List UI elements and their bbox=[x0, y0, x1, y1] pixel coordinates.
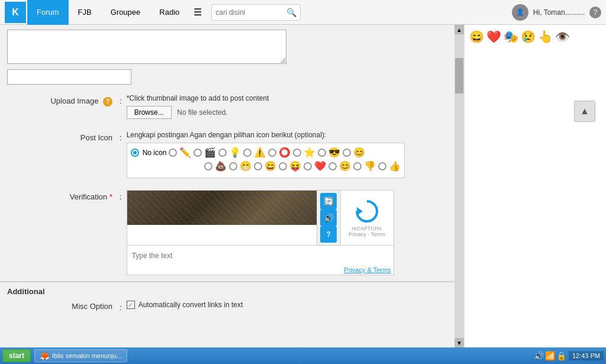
icon-radio-13[interactable] bbox=[304, 162, 312, 170]
icon-radio-8[interactable] bbox=[343, 149, 351, 157]
verification-label: Verification * bbox=[7, 190, 120, 201]
user-greeting: Hi, Toman.......... bbox=[533, 8, 585, 17]
start-button[interactable]: start bbox=[2, 349, 31, 362]
emoji-talk[interactable]: 🎭 bbox=[504, 30, 518, 44]
icon-laugh: 😄 bbox=[265, 160, 276, 172]
icon-radio-9[interactable] bbox=[204, 162, 212, 170]
captcha-image-row: 🔄 🔊 ? bbox=[127, 191, 394, 245]
auto-convert-text: Automatically convert links in text bbox=[138, 301, 243, 309]
emoji-eye[interactable]: 👁️ bbox=[555, 30, 570, 44]
icon-grin: 😁 bbox=[240, 160, 252, 172]
input-row: 19702 bbox=[0, 66, 454, 88]
icon-radio-14[interactable] bbox=[328, 162, 337, 170]
post-textarea[interactable] bbox=[7, 30, 286, 64]
tray-icon-2: 📶 bbox=[545, 351, 555, 360]
recaptcha-panel: reCAPTCHAPrivacy - Terms bbox=[340, 191, 394, 245]
post-icon-row: Post Icon : Lengkapi postingan Agan deng… bbox=[0, 125, 454, 184]
emoji-up[interactable]: 👆 bbox=[538, 30, 553, 44]
captcha-box: 🔄 🔊 ? bbox=[127, 190, 394, 275]
additional-title: Additional bbox=[7, 287, 447, 296]
icon-warning: ⚠️ bbox=[254, 147, 266, 158]
captcha-audio-btn[interactable]: 🔊 bbox=[320, 210, 337, 226]
textarea-container bbox=[0, 25, 454, 66]
tray-icon-1: 🔊 bbox=[534, 351, 544, 360]
emoji-grin[interactable]: 😄 bbox=[469, 30, 484, 44]
privacy-terms-link[interactable]: Privacy & Terms bbox=[127, 265, 394, 275]
icon-smile: 😊 bbox=[353, 147, 365, 158]
scroll-thumb[interactable] bbox=[455, 58, 463, 94]
icon-radio-7[interactable] bbox=[318, 149, 326, 157]
icon-radio-3[interactable] bbox=[218, 149, 227, 157]
icon-radio-12[interactable] bbox=[279, 162, 287, 170]
system-tray-icons: 🔊 📶 🔒 bbox=[534, 351, 566, 360]
captcha-refresh-btn[interactable]: 🔄 bbox=[320, 193, 337, 210]
nav-tab-forum[interactable]: Forum bbox=[27, 0, 69, 25]
captcha-help-btn[interactable]: ? bbox=[320, 226, 337, 243]
upload-image-row: Upload Image ? : *Click thumbnail image … bbox=[0, 88, 454, 125]
nav-tab-radio[interactable]: Radio bbox=[150, 0, 189, 25]
post-icon-label: Post Icon bbox=[7, 131, 120, 142]
top-navigation: K Forum FJB Groupee Radio ☰ 🔍 👤 Hi, Toma… bbox=[0, 0, 606, 25]
hamburger-icon[interactable]: ☰ bbox=[189, 7, 207, 18]
additional-section: Additional Misc Option : Automatically c… bbox=[0, 281, 454, 317]
post-icon-colon: : bbox=[120, 131, 127, 142]
icon-pencil: ✏️ bbox=[179, 147, 191, 158]
vertical-scrollbar: ▲ ▼ bbox=[454, 25, 464, 347]
nav-tab-fjb[interactable]: FJB bbox=[69, 0, 101, 25]
icon-radio-4[interactable] bbox=[243, 149, 252, 157]
no-icon-text: No icon bbox=[143, 149, 167, 157]
icon-thumbsup: 👍 bbox=[389, 160, 401, 172]
nav-tab-groupee[interactable]: Groupee bbox=[101, 0, 150, 25]
browse-button[interactable]: Browse... bbox=[127, 106, 172, 119]
icon-radio-15[interactable] bbox=[353, 162, 362, 170]
captcha-image bbox=[127, 191, 317, 225]
icon-poop: 💩 bbox=[215, 160, 227, 172]
logo-button[interactable]: K bbox=[5, 2, 26, 23]
taskbar: start 🦊 Iblis semakin menunju... 🔊 📶 🔒 1… bbox=[0, 347, 606, 364]
scroll-track[interactable] bbox=[454, 34, 464, 338]
upload-note: *Click thumbnail image to add to post co… bbox=[127, 94, 447, 102]
taskbar-browser-item[interactable]: 🦊 Iblis semakin menunju... bbox=[34, 349, 127, 362]
icon-radio-11[interactable] bbox=[254, 162, 262, 170]
search-box: 🔍 bbox=[211, 4, 301, 21]
captcha-controls: 🔄 🔊 ? bbox=[317, 191, 340, 245]
verification-row: Verification * : 🔄 🔊 ? bbox=[0, 184, 454, 281]
search-icon[interactable]: 🔍 bbox=[286, 8, 296, 17]
icon-star: ⭐ bbox=[304, 147, 315, 158]
main-wrapper: 19702 Upload Image ? : *Click thumbnail … bbox=[0, 25, 606, 347]
browse-row: Browse... No file selected. bbox=[127, 106, 447, 119]
page-up-button[interactable]: ▲ bbox=[574, 101, 595, 122]
scroll-up-button[interactable]: ▲ bbox=[454, 25, 464, 34]
taskbar-right: 🔊 📶 🔒 12:43 PM bbox=[534, 351, 604, 360]
upload-help-icon[interactable]: ? bbox=[103, 97, 112, 107]
icon-radio-5[interactable] bbox=[268, 149, 276, 157]
icon-heart: ❤️ bbox=[314, 160, 326, 172]
emoji-cry[interactable]: 😢 bbox=[521, 30, 536, 44]
content-area: 19702 Upload Image ? : *Click thumbnail … bbox=[0, 25, 454, 347]
auto-convert-checkbox[interactable] bbox=[127, 301, 135, 309]
misc-option-value: Automatically convert links in text bbox=[127, 301, 243, 309]
tray-icon-3: 🔒 bbox=[556, 351, 566, 360]
post-id-input[interactable]: 19702 bbox=[7, 69, 131, 85]
system-clock: 12:43 PM bbox=[569, 351, 604, 360]
icon-row-1: No icon ✏️ 🎬 💡 ⚠️ ⭕ ⭐ bbox=[131, 147, 401, 158]
recaptcha-text: reCAPTCHAPrivacy - Terms bbox=[349, 226, 385, 237]
no-file-text: No file selected. bbox=[177, 108, 227, 117]
search-input[interactable] bbox=[215, 8, 286, 17]
icon-radio-6[interactable] bbox=[293, 149, 301, 157]
icon-radio-2[interactable] bbox=[194, 149, 202, 157]
icon-radio-16[interactable] bbox=[378, 162, 386, 170]
emoji-sidebar: 😄 ❤️ 🎭 😢 👆 👁️ bbox=[464, 25, 606, 347]
no-icon-radio[interactable] bbox=[131, 149, 139, 157]
avatar: 👤 bbox=[512, 4, 528, 21]
icon-radio-10[interactable] bbox=[229, 162, 237, 170]
icon-radio-1[interactable] bbox=[169, 149, 177, 157]
recaptcha-icon bbox=[354, 199, 379, 224]
captcha-input[interactable] bbox=[127, 245, 394, 265]
icon-thumbsdown: 👎 bbox=[364, 160, 376, 172]
nav-right-area: 👤 Hi, Toman.......... ? bbox=[512, 4, 601, 21]
help-button[interactable]: ? bbox=[589, 7, 601, 18]
scroll-down-button[interactable]: ▼ bbox=[454, 338, 464, 347]
upload-colon: : bbox=[120, 94, 127, 105]
emoji-heart[interactable]: ❤️ bbox=[486, 30, 501, 44]
